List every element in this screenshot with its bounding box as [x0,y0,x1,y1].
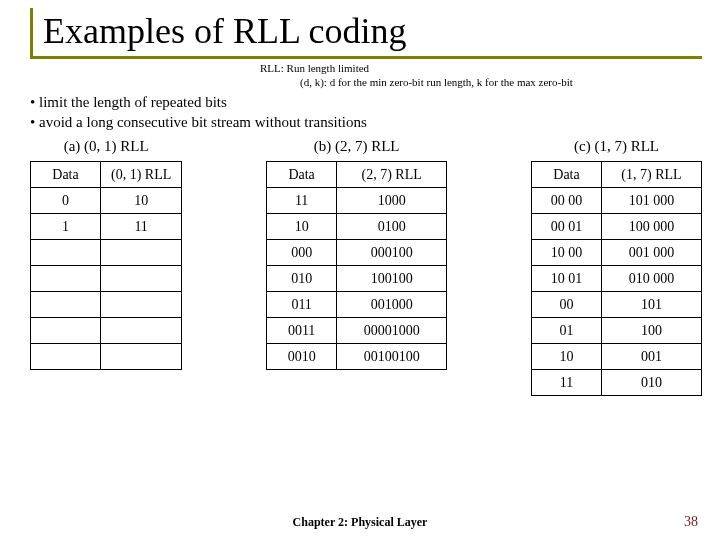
table-b-h2: (2, 7) RLL [337,162,447,188]
table-row: 00101 [531,292,701,318]
table-b: Data(2, 7) RLL 111000 100100 000000100 0… [266,161,447,370]
table-c-caption: (c) (1, 7) RLL [574,138,659,155]
table-row: 11010 [531,370,701,396]
table-row: 000000100 [267,240,447,266]
table-row: Data(1, 7) RLL [531,162,701,188]
table-row: Data(2, 7) RLL [267,162,447,188]
table-row: 00 01100 000 [531,214,701,240]
table-row: 010 [31,188,182,214]
table-a-caption: (a) (0, 1) RLL [64,138,149,155]
table-row: 100100 [267,214,447,240]
table-row: 111000 [267,188,447,214]
footer-chapter: Chapter 2: Physical Layer [0,515,720,530]
rll-def-line2: (d, k): d for the min zero-bit run lengt… [300,75,702,89]
table-row: Data(0, 1) RLL [31,162,182,188]
table-a-h2: (0, 1) RLL [101,162,182,188]
slide-title: Examples of RLL coding [43,10,702,52]
slide: Examples of RLL coding RLL: Run length l… [0,0,720,540]
tables-row: (a) (0, 1) RLL Data(0, 1) RLL 010 111 (b… [30,138,702,396]
table-c-h1: Data [531,162,601,188]
table-row [31,318,182,344]
bullet-1: • limit the length of repeated bits [30,92,702,112]
table-row [31,344,182,370]
table-a: Data(0, 1) RLL 010 111 [30,161,182,370]
table-a-h1: Data [31,162,101,188]
rll-def-line1: RLL: Run length limited [260,61,702,75]
table-row: 10 01010 000 [531,266,701,292]
bullet-list: • limit the length of repeated bits • av… [30,92,702,133]
title-rule: Examples of RLL coding [30,8,702,59]
table-row: 010100100 [267,266,447,292]
table-c: Data(1, 7) RLL 00 00101 000 00 01100 000… [531,161,702,396]
table-b-caption: (b) (2, 7) RLL [314,138,400,155]
table-row: 111 [31,214,182,240]
table-row: 001000100100 [267,344,447,370]
table-row: 10001 [531,344,701,370]
table-row: 011001000 [267,292,447,318]
page-number: 38 [684,514,698,530]
bullet-2: • avoid a long consecutive bit stream wi… [30,112,702,132]
table-row: 10 00001 000 [531,240,701,266]
table-c-block: (c) (1, 7) RLL Data(1, 7) RLL 00 00101 0… [531,138,702,396]
table-row: 00 00101 000 [531,188,701,214]
table-row [31,266,182,292]
table-a-block: (a) (0, 1) RLL Data(0, 1) RLL 010 111 [30,138,182,370]
table-b-h1: Data [267,162,337,188]
table-row [31,292,182,318]
table-b-block: (b) (2, 7) RLL Data(2, 7) RLL 111000 100… [266,138,447,370]
table-row [31,240,182,266]
table-row: 001100001000 [267,318,447,344]
table-row: 01100 [531,318,701,344]
rll-definition: RLL: Run length limited (d, k): d for th… [260,61,702,90]
table-c-h2: (1, 7) RLL [601,162,701,188]
